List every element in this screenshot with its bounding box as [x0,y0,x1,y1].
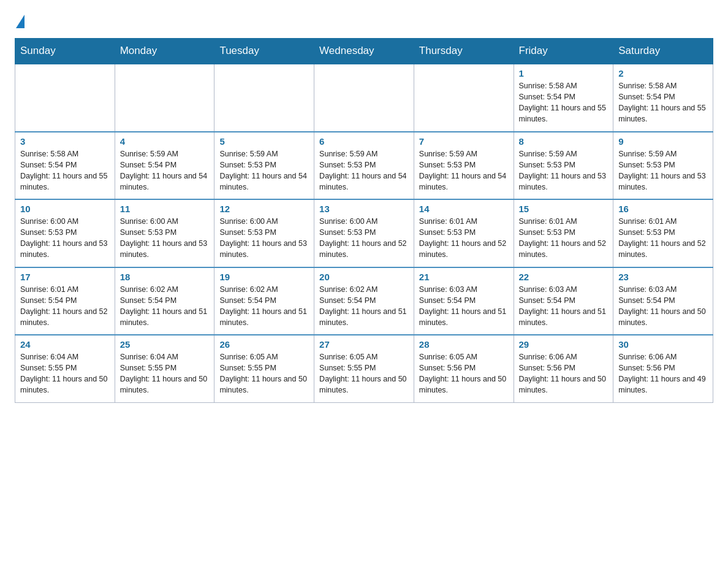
day-info: Sunrise: 6:00 AM Sunset: 5:53 PM Dayligh… [20,216,110,261]
calendar-cell: 16Sunrise: 6:01 AM Sunset: 5:53 PM Dayli… [613,199,713,267]
calendar-cell: 15Sunrise: 6:01 AM Sunset: 5:53 PM Dayli… [514,199,613,267]
day-number: 28 [419,339,509,350]
calendar-header-row: SundayMondayTuesdayWednesdayThursdayFrid… [15,39,713,64]
calendar-week-row: 3Sunrise: 5:58 AM Sunset: 5:54 PM Daylig… [15,132,713,200]
calendar-cell: 5Sunrise: 5:59 AM Sunset: 5:53 PM Daylig… [214,132,314,200]
day-number: 14 [419,204,509,214]
calendar-cell: 19Sunrise: 6:02 AM Sunset: 5:54 PM Dayli… [214,267,314,335]
day-info: Sunrise: 6:03 AM Sunset: 5:54 PM Dayligh… [519,284,609,329]
calendar-day-header: Thursday [414,39,514,64]
day-number: 18 [120,272,210,282]
calendar-cell: 7Sunrise: 5:59 AM Sunset: 5:53 PM Daylig… [414,132,514,200]
calendar-cell: 22Sunrise: 6:03 AM Sunset: 5:54 PM Dayli… [514,267,613,335]
calendar-cell: 25Sunrise: 6:04 AM Sunset: 5:55 PM Dayli… [115,335,214,402]
day-number: 19 [219,272,309,282]
day-info: Sunrise: 6:03 AM Sunset: 5:54 PM Dayligh… [419,284,509,329]
calendar-week-row: 10Sunrise: 6:00 AM Sunset: 5:53 PM Dayli… [15,199,713,267]
day-info: Sunrise: 6:00 AM Sunset: 5:53 PM Dayligh… [219,216,309,261]
day-info: Sunrise: 5:59 AM Sunset: 5:53 PM Dayligh… [219,148,309,193]
day-number: 6 [319,136,409,147]
day-number: 23 [618,272,708,282]
day-info: Sunrise: 5:59 AM Sunset: 5:54 PM Dayligh… [120,148,210,193]
calendar-cell: 1Sunrise: 5:58 AM Sunset: 5:54 PM Daylig… [514,64,613,132]
calendar-cell: 18Sunrise: 6:02 AM Sunset: 5:54 PM Dayli… [115,267,214,335]
day-info: Sunrise: 6:04 AM Sunset: 5:55 PM Dayligh… [20,351,110,396]
day-number: 9 [618,136,708,147]
day-number: 4 [120,136,210,147]
day-info: Sunrise: 6:06 AM Sunset: 5:56 PM Dayligh… [519,351,609,396]
day-info: Sunrise: 6:05 AM Sunset: 5:55 PM Dayligh… [219,351,309,396]
calendar-cell [115,64,214,132]
calendar-cell: 21Sunrise: 6:03 AM Sunset: 5:54 PM Dayli… [414,267,514,335]
day-number: 22 [519,272,609,282]
day-info: Sunrise: 6:04 AM Sunset: 5:55 PM Dayligh… [120,351,210,396]
day-number: 17 [20,272,110,282]
calendar-cell: 20Sunrise: 6:02 AM Sunset: 5:54 PM Dayli… [314,267,414,335]
day-info: Sunrise: 6:02 AM Sunset: 5:54 PM Dayligh… [219,284,309,329]
calendar-week-row: 17Sunrise: 6:01 AM Sunset: 5:54 PM Dayli… [15,267,713,335]
day-info: Sunrise: 5:58 AM Sunset: 5:54 PM Dayligh… [20,148,110,193]
day-info: Sunrise: 6:00 AM Sunset: 5:53 PM Dayligh… [120,216,210,261]
calendar-cell: 12Sunrise: 6:00 AM Sunset: 5:53 PM Dayli… [214,199,314,267]
day-info: Sunrise: 6:00 AM Sunset: 5:53 PM Dayligh… [319,216,409,261]
calendar-cell: 27Sunrise: 6:05 AM Sunset: 5:55 PM Dayli… [314,335,414,402]
calendar-cell [15,64,115,132]
day-info: Sunrise: 5:59 AM Sunset: 5:53 PM Dayligh… [319,148,409,193]
day-info: Sunrise: 6:01 AM Sunset: 5:53 PM Dayligh… [519,216,609,261]
day-number: 11 [120,204,210,214]
day-info: Sunrise: 6:02 AM Sunset: 5:54 PM Dayligh… [319,284,409,329]
calendar-cell: 8Sunrise: 5:59 AM Sunset: 5:53 PM Daylig… [514,132,613,200]
calendar-cell [214,64,314,132]
calendar-day-header: Friday [514,39,613,64]
day-info: Sunrise: 6:01 AM Sunset: 5:53 PM Dayligh… [419,216,509,261]
logo [15,15,25,28]
calendar-cell: 23Sunrise: 6:03 AM Sunset: 5:54 PM Dayli… [613,267,713,335]
calendar-cell [314,64,414,132]
day-info: Sunrise: 6:03 AM Sunset: 5:54 PM Dayligh… [618,284,708,329]
day-info: Sunrise: 6:01 AM Sunset: 5:54 PM Dayligh… [20,284,110,329]
day-number: 8 [519,136,609,147]
calendar-cell: 4Sunrise: 5:59 AM Sunset: 5:54 PM Daylig… [115,132,214,200]
calendar-cell: 17Sunrise: 6:01 AM Sunset: 5:54 PM Dayli… [15,267,115,335]
calendar-cell: 3Sunrise: 5:58 AM Sunset: 5:54 PM Daylig… [15,132,115,200]
calendar-cell: 11Sunrise: 6:00 AM Sunset: 5:53 PM Dayli… [115,199,214,267]
day-number: 30 [618,339,708,350]
day-number: 10 [20,204,110,214]
day-info: Sunrise: 5:58 AM Sunset: 5:54 PM Dayligh… [519,80,609,125]
day-number: 5 [219,136,309,147]
day-number: 16 [618,204,708,214]
day-info: Sunrise: 5:58 AM Sunset: 5:54 PM Dayligh… [618,80,708,125]
calendar-cell: 24Sunrise: 6:04 AM Sunset: 5:55 PM Dayli… [15,335,115,402]
calendar-cell: 9Sunrise: 5:59 AM Sunset: 5:53 PM Daylig… [613,132,713,200]
day-number: 20 [319,272,409,282]
calendar-cell: 30Sunrise: 6:06 AM Sunset: 5:56 PM Dayli… [613,335,713,402]
day-info: Sunrise: 6:05 AM Sunset: 5:55 PM Dayligh… [319,351,409,396]
calendar-day-header: Saturday [613,39,713,64]
day-info: Sunrise: 5:59 AM Sunset: 5:53 PM Dayligh… [618,148,708,193]
day-info: Sunrise: 6:01 AM Sunset: 5:53 PM Dayligh… [618,216,708,261]
calendar-cell: 26Sunrise: 6:05 AM Sunset: 5:55 PM Dayli… [214,335,314,402]
day-number: 1 [519,68,609,79]
day-info: Sunrise: 6:06 AM Sunset: 5:56 PM Dayligh… [618,351,708,396]
day-number: 26 [219,339,309,350]
day-number: 24 [20,339,110,350]
calendar-cell: 14Sunrise: 6:01 AM Sunset: 5:53 PM Dayli… [414,199,514,267]
calendar-week-row: 24Sunrise: 6:04 AM Sunset: 5:55 PM Dayli… [15,335,713,402]
calendar-day-header: Monday [115,39,214,64]
calendar-cell: 13Sunrise: 6:00 AM Sunset: 5:53 PM Dayli… [314,199,414,267]
calendar-cell: 10Sunrise: 6:00 AM Sunset: 5:53 PM Dayli… [15,199,115,267]
calendar-cell [414,64,514,132]
day-number: 13 [319,204,409,214]
page-header [15,15,713,28]
day-number: 12 [219,204,309,214]
day-number: 25 [120,339,210,350]
day-number: 15 [519,204,609,214]
day-number: 2 [618,68,708,79]
calendar-cell: 29Sunrise: 6:06 AM Sunset: 5:56 PM Dayli… [514,335,613,402]
day-number: 21 [419,272,509,282]
calendar-week-row: 1Sunrise: 5:58 AM Sunset: 5:54 PM Daylig… [15,64,713,132]
day-info: Sunrise: 5:59 AM Sunset: 5:53 PM Dayligh… [519,148,609,193]
calendar-cell: 2Sunrise: 5:58 AM Sunset: 5:54 PM Daylig… [613,64,713,132]
day-info: Sunrise: 6:05 AM Sunset: 5:56 PM Dayligh… [419,351,509,396]
day-number: 29 [519,339,609,350]
